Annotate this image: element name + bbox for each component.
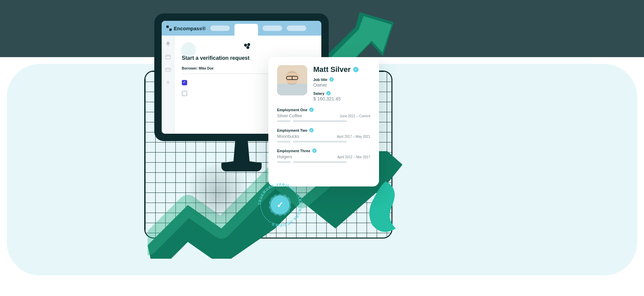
borrower-label: Borrower: [182, 67, 198, 70]
svg-point-2 [244, 44, 247, 47]
job-title-label: Job title [313, 78, 327, 82]
nav-tab[interactable] [287, 26, 306, 31]
verified-badge-icon [353, 67, 359, 72]
bell-icon[interactable] [165, 41, 171, 47]
checkbox-checked[interactable] [182, 80, 187, 85]
profile-card: Matt Silver Job title Owner Salary $ 160… [268, 57, 379, 186]
svg-rect-1 [165, 68, 170, 71]
placeholder-bars [277, 120, 370, 122]
nav-tab[interactable] [263, 26, 282, 31]
nav-tab-active[interactable] [234, 24, 258, 36]
monitor-stand [221, 138, 262, 171]
employment-label: Employment One [277, 108, 307, 112]
calendar-icon[interactable] [165, 54, 171, 60]
employment-block: Employment Three Holgers April 2012 – Ma… [277, 149, 370, 163]
salary-label: Salary [313, 91, 324, 95]
employment-dates: June 2021 – Current [340, 114, 370, 118]
job-title-value: Owner [313, 82, 359, 88]
brand-logo-icon [166, 26, 172, 31]
svg-rect-0 [166, 55, 170, 59]
profile-info: Matt Silver Job title Owner Salary $ 160… [313, 65, 359, 101]
placeholder-bars [277, 141, 370, 142]
verified-badge-icon [326, 91, 331, 95]
verified-badge-icon [329, 77, 334, 82]
svg-rect-6 [277, 84, 307, 95]
employment-label: Employment Three [277, 149, 310, 153]
salary-value: $ 160,321.45 [313, 96, 359, 101]
verified-stamp: TRUEWORK VERIFIED · TRUEWORK VERIFIED · … [255, 180, 305, 230]
app-header: Encompass® [162, 21, 321, 36]
employment-company: Holgers [277, 154, 292, 159]
verified-seal-icon: ✓ [271, 196, 289, 214]
decorative-circle [181, 42, 196, 57]
employment-company: Silver Coffee [277, 113, 302, 118]
employment-block: Employment Two Moonbucks April 2017 – Ma… [277, 128, 370, 142]
employment-block: Employment One Silver Coffee June 2021 –… [277, 108, 370, 122]
employment-dates: April 2012 – Mar 2017 [337, 155, 370, 159]
truework-logo-icon [244, 42, 252, 50]
svg-point-4 [247, 46, 250, 49]
decorative-blob [366, 178, 399, 235]
checkbox-unchecked[interactable] [182, 91, 187, 96]
placeholder-bars [277, 161, 370, 163]
verified-badge-icon [309, 128, 314, 132]
avatar [277, 65, 307, 95]
card-icon[interactable] [165, 67, 171, 73]
verified-badge-icon [309, 108, 314, 112]
plus-icon[interactable] [165, 79, 171, 85]
employment-company: Moonbucks [277, 134, 299, 139]
brand-name: Encompass® [174, 26, 206, 31]
verified-badge-icon [312, 149, 317, 153]
nav-tab[interactable] [210, 26, 230, 31]
borrower-name: Mike Doe [199, 67, 214, 70]
brand: Encompass® [166, 26, 206, 31]
svg-point-3 [247, 43, 250, 46]
sidebar [162, 36, 174, 134]
profile-name: Matt Silver [313, 65, 351, 74]
employment-label: Employment Two [277, 128, 307, 132]
employment-dates: April 2017 – May 2021 [337, 135, 370, 138]
profile-header: Matt Silver Job title Owner Salary $ 160… [277, 65, 370, 101]
